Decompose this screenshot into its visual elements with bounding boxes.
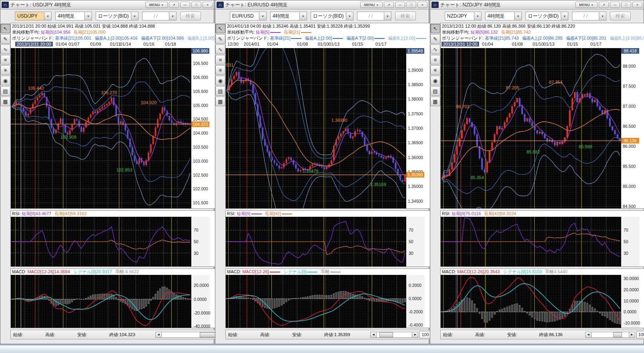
chart-type-select[interactable]: ローソク(BID)▼ <box>96 12 138 20</box>
scrollbar-thumb[interactable] <box>613 332 622 337</box>
cursor-tool-button[interactable]: ↖ <box>0 24 10 33</box>
print-tool-button[interactable]: ▤ <box>430 86 440 96</box>
rsi-canvas[interactable] <box>441 217 621 266</box>
view-tool-button[interactable]: ◉ <box>0 76 10 85</box>
indicator-tool-button[interactable]: ∿ <box>215 44 225 54</box>
export-tool-button[interactable]: ▦ <box>430 97 440 106</box>
scale-tool-button[interactable]: ≡ <box>215 55 225 65</box>
macd-canvas[interactable] <box>226 275 406 328</box>
chart-window: ∩ チャート: EUR/USD 4時間足 MENU▼ ↗ ─ □ × EUR/U… <box>215 0 429 344</box>
rsi-canvas[interactable] <box>11 217 191 266</box>
draw-tool-button[interactable]: ✎ <box>0 34 10 44</box>
price-tick: 84.500 <box>623 204 636 209</box>
close-button[interactable]: × <box>632 2 642 8</box>
price-tick: 101.500 <box>193 200 208 205</box>
symbol-tool-button[interactable]: ✳ <box>0 65 10 75</box>
h-scrollbar[interactable]: ◀ ▶ <box>585 332 635 338</box>
scroll-right-button[interactable]: ▶ <box>412 332 418 338</box>
titlebar[interactable]: ∩ チャート: NZD/JPY 4時間足 MENU▼ ↗ ─ □ × <box>430 0 644 10</box>
date-tick: 01/16 <box>143 42 154 46</box>
chevron-down-icon[interactable]: ▼ <box>299 12 307 20</box>
timeframe-select[interactable]: 4時間足▼ <box>270 12 307 20</box>
menu-button[interactable]: MENU▼ <box>360 2 383 8</box>
indicator-tool-button[interactable]: ∿ <box>0 44 10 54</box>
legend-item: 短期[5] <box>256 30 281 34</box>
chevron-down-icon[interactable]: ▼ <box>599 12 606 20</box>
price-tick: 103.500 <box>193 145 208 149</box>
export-tool-button[interactable]: ▦ <box>0 97 10 106</box>
scrollbar-track[interactable] <box>377 332 412 338</box>
menu-button[interactable]: MENU▼ <box>575 2 598 8</box>
close-button[interactable]: × <box>203 2 213 8</box>
chevron-down-icon[interactable]: ▼ <box>474 12 481 20</box>
pair-select[interactable]: EUR/USD▼ <box>230 12 267 20</box>
print-tool-button[interactable]: ▤ <box>215 86 225 96</box>
titlebar[interactable]: ∩ チャート: USD/JPY 4時間足 MENU▼ ↗ ─ □ × <box>0 0 214 10</box>
cursor-tool-button[interactable]: ↖ <box>430 24 440 33</box>
print-tool-button[interactable]: ▤ <box>0 86 10 96</box>
maximize-button[interactable]: □ <box>621 2 631 8</box>
chevron-down-icon[interactable]: ▼ <box>561 12 568 20</box>
minimize-button[interactable]: ─ <box>610 2 620 8</box>
close-button[interactable]: × <box>417 2 427 8</box>
chart-type-select[interactable]: ローソク(BID)▼ <box>526 12 568 20</box>
export-tool-button[interactable]: ▦ <box>215 97 225 106</box>
chevron-down-icon[interactable]: ▼ <box>84 12 92 20</box>
main-chart-canvas[interactable]: 86.70287.20587.35485.35485.88285.999 <box>441 48 621 208</box>
chevron-down-icon[interactable]: ▼ <box>514 12 522 20</box>
main-chart-canvas[interactable]: 105.440105.270104.920103.908102.853 <box>11 48 191 208</box>
draw-tool-button[interactable]: ✎ <box>430 34 440 44</box>
timeframe-select[interactable]: 4時間足▼ <box>485 12 522 20</box>
popout-button[interactable]: ↗ <box>384 2 394 8</box>
view-tool-button[interactable]: ◉ <box>215 76 225 85</box>
main-chart-canvas[interactable]: 9311.369901.354791.35169 <box>226 48 406 208</box>
maximize-button[interactable]: □ <box>406 2 416 8</box>
rsi-axis: 705030 <box>406 217 425 266</box>
scrollbar-thumb[interactable] <box>379 332 393 337</box>
search-button[interactable]: 検索 <box>610 12 631 20</box>
chevron-down-icon[interactable]: ▼ <box>346 12 353 20</box>
chart-panel: 2014/01/18 04:00 始値:1.35246 高値:1.35401 安… <box>225 23 460 209</box>
h-scrollbar[interactable]: ◀ ▶ <box>370 332 418 338</box>
scale-tool-button[interactable]: ≡ <box>0 55 10 65</box>
chevron-down-icon[interactable]: ▼ <box>44 12 52 20</box>
symbol-tool-button[interactable]: ✳ <box>215 65 225 75</box>
chevron-down-icon[interactable]: ▼ <box>259 12 267 20</box>
macd-canvas[interactable] <box>441 275 621 328</box>
timeframe-select[interactable]: 4時間足▼ <box>55 12 92 20</box>
search-button[interactable]: 検索 <box>180 12 201 20</box>
price-annotation: 86.702 <box>456 104 469 109</box>
minimize-button[interactable]: ─ <box>395 2 405 8</box>
minimize-button[interactable]: ─ <box>180 2 190 8</box>
date-input[interactable]: / /▼ <box>572 12 606 20</box>
titlebar[interactable]: ∩ チャート: EUR/USD 4時間足 MENU▼ ↗ ─ □ × <box>215 0 429 10</box>
cursor-tool-button[interactable]: ↖ <box>215 24 225 33</box>
view-tool-button[interactable]: ◉ <box>430 76 440 85</box>
menu-button[interactable]: MENU▼ <box>145 2 168 8</box>
indicator-tool-button[interactable]: ∿ <box>430 44 440 54</box>
chevron-down-icon[interactable]: ▼ <box>384 12 391 20</box>
date-input[interactable]: / /▼ <box>357 12 391 20</box>
pair-select[interactable]: NZD/JPY▼ <box>445 12 481 20</box>
chevron-down-icon[interactable]: ▼ <box>131 12 138 20</box>
rsi-canvas[interactable] <box>226 217 406 266</box>
date-input[interactable]: / /▼ <box>142 12 177 20</box>
pair-select[interactable]: USD/JPY▼ <box>15 12 52 20</box>
scroll-right-button[interactable]: ▶ <box>629 332 635 338</box>
scrollbar-track[interactable] <box>592 332 629 338</box>
draw-tool-button[interactable]: ✎ <box>215 34 225 44</box>
scrollbar-thumb[interactable] <box>200 332 215 337</box>
popout-button[interactable]: ↗ <box>169 2 179 8</box>
scroll-left-button[interactable]: ◀ <box>370 332 377 338</box>
zoom-select[interactable]: 100▼ <box>636 331 644 338</box>
macd-canvas[interactable] <box>11 275 191 328</box>
popout-button[interactable]: ↗ <box>599 2 609 8</box>
scroll-left-button[interactable]: ◀ <box>585 332 592 338</box>
search-button[interactable]: 検索 <box>395 12 416 20</box>
scroll-left-button[interactable]: ◀ <box>155 332 162 338</box>
chart-type-select[interactable]: ローソク(BID)▼ <box>311 12 353 20</box>
symbol-tool-button[interactable]: ✳ <box>430 65 440 75</box>
chevron-down-icon[interactable]: ▼ <box>169 12 177 20</box>
scale-tool-button[interactable]: ≡ <box>430 55 440 65</box>
maximize-button[interactable]: □ <box>191 2 201 8</box>
